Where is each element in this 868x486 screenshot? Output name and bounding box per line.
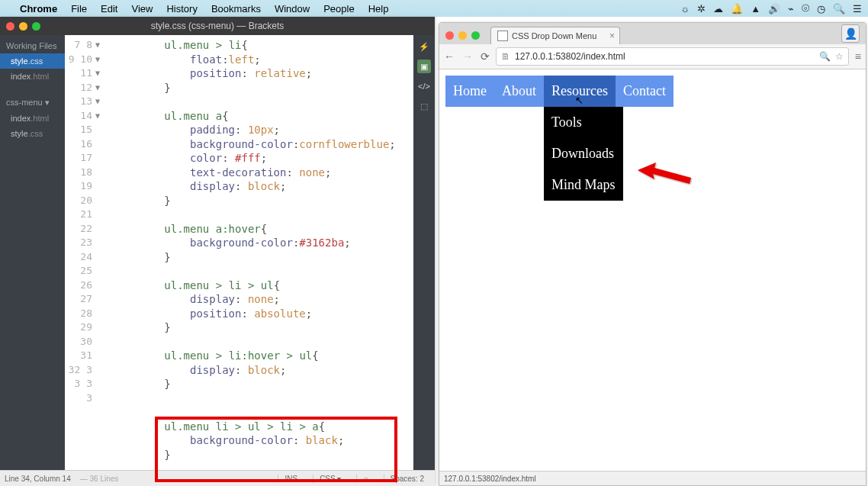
- submenu: Tools Downloads Mind Maps: [544, 107, 623, 201]
- menu-bookmarks[interactable]: Bookmarks: [211, 3, 261, 14]
- zoom-icon[interactable]: [32, 22, 40, 31]
- bell-icon[interactable]: 🔔: [731, 3, 743, 14]
- submenu-item[interactable]: Mind Maps: [544, 169, 623, 201]
- reload-icon[interactable]: ⟳: [481, 50, 490, 63]
- clock-icon[interactable]: ◷: [817, 3, 825, 14]
- app-menu[interactable]: Chrome: [20, 3, 57, 14]
- url-text: 127.0.0.1:53802/index.html: [515, 51, 625, 62]
- battery-icon[interactable]: ⌁: [788, 3, 794, 14]
- favicon-icon: [497, 31, 508, 41]
- menu-help[interactable]: Help: [368, 3, 389, 14]
- annotation-arrow-icon: [638, 161, 699, 192]
- page-viewport[interactable]: Home About Resources Tools Downloads Min…: [439, 69, 866, 471]
- indent-setting[interactable]: Spaces: 2: [384, 475, 430, 483]
- lint-status-icon[interactable]: ○: [356, 475, 374, 483]
- project-file[interactable]: index.html: [0, 111, 65, 126]
- language-mode[interactable]: CSS ▾: [313, 475, 347, 483]
- brackets-titlebar[interactable]: style.css (css-menu) — Brackets: [0, 17, 435, 35]
- menu-history[interactable]: History: [166, 3, 197, 14]
- nav-link[interactable]: Tools: [544, 107, 623, 138]
- volume-icon[interactable]: 🔊: [768, 3, 780, 14]
- chrome-toolbar: ← → ⟳ 🗎 127.0.0.1:53802/index.html 🔍 ☆ ≡: [439, 44, 866, 69]
- zoom-icon[interactable]: [471, 31, 480, 40]
- nav-link[interactable]: Downloads: [544, 138, 623, 169]
- menu-people[interactable]: People: [323, 3, 354, 14]
- nav-item-home[interactable]: Home: [445, 76, 494, 107]
- cursor-position: Line 34, Column 14: [5, 475, 71, 483]
- nav-link[interactable]: Contact: [616, 76, 674, 107]
- menu-file[interactable]: File: [71, 3, 87, 14]
- page-icon: 🗎: [501, 51, 510, 62]
- submenu-item[interactable]: Tools: [544, 107, 623, 138]
- brackets-statusbar: Line 34, Column 14 — 36 Lines INS CSS ▾ …: [0, 470, 435, 486]
- back-icon[interactable]: ←: [444, 50, 455, 63]
- line-number-gutter: 7 8 9 10 11 12 13 14 15 16 17 18 19 20 2…: [65, 35, 97, 470]
- forward-icon[interactable]: →: [462, 50, 473, 63]
- minimize-icon[interactable]: [458, 31, 467, 40]
- code-hint-icon[interactable]: </>: [417, 79, 431, 93]
- close-icon[interactable]: [445, 31, 454, 40]
- extensions-rail: ⚡ ▣ </> ⬚: [413, 35, 435, 470]
- working-files-header: Working Files: [0, 35, 65, 53]
- wifi-icon[interactable]: ⦾: [802, 2, 809, 14]
- nav-item-contact[interactable]: Contact: [616, 76, 674, 107]
- profile-avatar-icon[interactable]: 👤: [841, 24, 860, 43]
- chrome-statusbar: 127.0.0.1:53802/index.html: [439, 471, 866, 485]
- menubar-status-icons: ☼ ✲ ☁ 🔔 ▲ 🔊 ⌁ ⦾ ◷ 🔍 ☰: [680, 2, 862, 14]
- control-center-icon[interactable]: ☰: [853, 3, 862, 14]
- drive-icon[interactable]: ▲: [751, 3, 760, 14]
- project-file[interactable]: style.css: [0, 126, 65, 141]
- macos-menubar: Chrome File Edit View History Bookmarks …: [0, 0, 868, 17]
- cloud-icon[interactable]: ☁: [713, 3, 723, 14]
- menu-window[interactable]: Window: [275, 3, 310, 14]
- address-bar[interactable]: 🗎 127.0.0.1:53802/index.html 🔍 ☆: [496, 47, 849, 66]
- code-editor[interactable]: 7 8 9 10 11 12 13 14 15 16 17 18 19 20 2…: [65, 35, 413, 470]
- cursor-icon: ↖: [575, 95, 583, 106]
- code-area[interactable]: ul.menu > li{ float:left; position: rela…: [97, 35, 413, 470]
- insert-mode[interactable]: INS: [278, 475, 304, 483]
- close-tab-icon[interactable]: ×: [609, 31, 615, 41]
- nav-link[interactable]: Mind Maps: [544, 169, 623, 201]
- window-title: style.css (css-menu) — Brackets: [151, 21, 285, 31]
- extension-icon[interactable]: ▣: [417, 60, 431, 73]
- svg-marker-0: [638, 163, 691, 184]
- sun-icon[interactable]: ☼: [680, 3, 690, 14]
- brackets-window: style.css (css-menu) — Brackets Working …: [0, 17, 435, 486]
- nav-item-about[interactable]: About: [494, 76, 544, 107]
- live-preview-icon[interactable]: ⚡: [417, 40, 431, 53]
- spotlight-icon[interactable]: 🔍: [833, 3, 845, 14]
- close-icon[interactable]: [6, 22, 14, 31]
- brightness-icon[interactable]: ✲: [697, 3, 706, 14]
- nav-link[interactable]: About: [494, 76, 544, 107]
- project-dropdown[interactable]: css-menu ▾: [0, 92, 65, 111]
- minimize-icon[interactable]: [19, 22, 27, 31]
- plugin-icon[interactable]: ⬚: [417, 99, 431, 113]
- working-file[interactable]: index.html: [0, 69, 65, 84]
- tab-title: CSS Drop Down Menu: [512, 31, 596, 40]
- nav-link[interactable]: Home: [445, 76, 494, 107]
- zoom-indicator-icon[interactable]: 🔍: [819, 51, 831, 62]
- bookmark-star-icon[interactable]: ☆: [835, 51, 844, 62]
- line-count: — 36 Lines: [80, 475, 119, 483]
- submenu-item[interactable]: Downloads: [544, 138, 623, 169]
- hamburger-menu-icon[interactable]: ≡: [855, 50, 861, 63]
- menu-edit[interactable]: Edit: [101, 3, 117, 14]
- menu-view[interactable]: View: [131, 3, 153, 14]
- chrome-window: CSS Drop Down Menu × 👤 ← → ⟳ 🗎 127.0.0.1…: [439, 22, 866, 486]
- chrome-tabstrip[interactable]: CSS Drop Down Menu × 👤: [439, 23, 866, 44]
- working-file[interactable]: style.css: [0, 53, 65, 69]
- browser-tab[interactable]: CSS Drop Down Menu ×: [490, 27, 620, 44]
- brackets-sidebar: Working Files style.css index.html css-m…: [0, 35, 65, 470]
